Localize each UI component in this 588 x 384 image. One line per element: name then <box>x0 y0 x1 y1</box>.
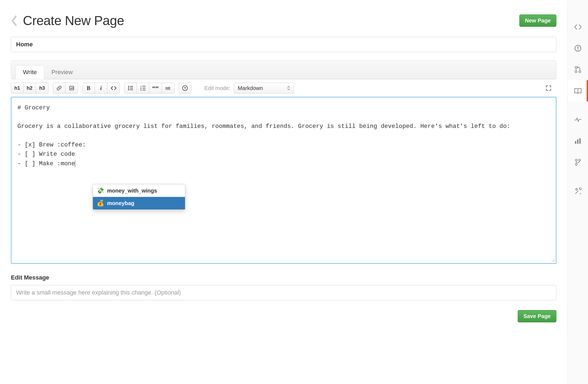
italic-button[interactable]: i <box>95 83 107 94</box>
ol-icon: 123 <box>140 85 146 91</box>
link-button[interactable] <box>53 83 65 94</box>
book-icon <box>574 88 582 94</box>
markdown-editor[interactable]: # Grocery Grocery is a collaborative gro… <box>11 97 556 263</box>
svg-rect-23 <box>579 138 581 144</box>
help-icon: ? <box>182 85 188 91</box>
emoji-icon: 💸 <box>97 187 104 194</box>
editor-tabstrip: Write Preview <box>11 61 556 79</box>
link-group <box>53 83 78 94</box>
image-icon <box>69 85 74 91</box>
svg-point-26 <box>575 164 577 166</box>
rail-graphs[interactable] <box>568 130 588 152</box>
autocomplete-label: moneybag <box>107 200 134 206</box>
svg-point-18 <box>575 67 577 68</box>
pulse-icon <box>574 117 582 123</box>
edit-message-input[interactable] <box>11 285 556 300</box>
help-group: ? <box>179 83 191 94</box>
heading-group: h1 h2 h3 <box>11 83 49 94</box>
editor-container: # Grocery Grocery is a collaborative gro… <box>11 97 556 264</box>
svg-rect-12 <box>143 90 146 90</box>
rail-code[interactable] <box>568 16 588 38</box>
editor-toolbar: h1 h2 h3 B i <box>11 79 556 97</box>
page-header: Create New Page New Page <box>11 13 556 28</box>
fullscreen-button[interactable] <box>542 83 555 94</box>
rail-issues[interactable] <box>568 38 588 59</box>
h2-button[interactable]: h2 <box>23 83 36 94</box>
edit-mode-group: Edit mode: Markdown <box>204 83 294 94</box>
emoji-autocomplete: 💸money_with_wings💰moneybag <box>93 184 185 210</box>
ul-button[interactable] <box>124 83 137 94</box>
page-title: Create New Page <box>23 13 514 28</box>
svg-point-1 <box>128 86 129 87</box>
link-icon <box>56 85 62 91</box>
h1-button[interactable]: h1 <box>11 83 23 94</box>
svg-point-20 <box>579 71 581 73</box>
autocomplete-label: money_with_wings <box>107 188 157 194</box>
tab-write[interactable]: Write <box>16 65 44 79</box>
svg-text:3: 3 <box>140 89 142 91</box>
svg-point-25 <box>578 159 580 161</box>
ol-button[interactable]: 123 <box>137 83 149 94</box>
branch-icon <box>575 158 581 166</box>
new-page-button[interactable]: New Page <box>519 14 556 27</box>
edit-message-label: Edit Message <box>11 274 556 281</box>
svg-point-5 <box>128 89 129 90</box>
code-icon <box>574 24 582 30</box>
help-button[interactable]: ? <box>179 83 191 94</box>
svg-rect-8 <box>143 86 146 86</box>
footer: Save Page <box>11 310 556 322</box>
editor-panel: Write Preview <box>11 60 556 79</box>
code-icon <box>111 85 117 91</box>
svg-rect-4 <box>130 88 133 88</box>
save-page-button[interactable]: Save Page <box>518 310 556 322</box>
autocomplete-item[interactable]: 💸money_with_wings <box>93 184 185 197</box>
svg-text:?: ? <box>184 86 186 90</box>
chevron-updown-icon <box>287 86 290 90</box>
fullscreen-icon <box>545 85 551 91</box>
svg-rect-2 <box>130 86 133 87</box>
svg-point-3 <box>128 88 129 89</box>
blockquote-button[interactable]: ““ <box>149 83 162 94</box>
svg-rect-6 <box>130 89 133 90</box>
tools-icon <box>574 188 581 195</box>
main-content: Create New Page New Page Write Preview h… <box>0 0 567 384</box>
block-group: 123 ““ HR <box>124 83 174 94</box>
back-chevron-icon[interactable] <box>11 15 18 26</box>
hr-button[interactable]: HR <box>162 83 174 94</box>
bold-button[interactable]: B <box>82 83 95 94</box>
pull-request-icon <box>574 66 581 73</box>
tab-preview[interactable]: Preview <box>44 65 80 79</box>
rail-pulse[interactable] <box>568 109 588 130</box>
rail-wiki[interactable] <box>568 80 588 101</box>
right-nav-rail <box>567 0 588 384</box>
h3-button[interactable]: h3 <box>36 83 49 94</box>
code-button[interactable] <box>107 83 120 94</box>
svg-rect-17 <box>577 49 578 50</box>
edit-mode-label: Edit mode: <box>204 85 231 91</box>
hr-icon: HR <box>166 86 171 90</box>
emoji-icon: 💰 <box>97 200 104 207</box>
editor-text: # Grocery Grocery is a collaborative gro… <box>17 104 510 167</box>
svg-rect-16 <box>577 46 578 49</box>
format-group: B i <box>82 83 120 94</box>
autocomplete-item[interactable]: 💰moneybag <box>93 197 185 209</box>
svg-rect-10 <box>143 88 146 88</box>
bar-chart-icon <box>574 138 581 144</box>
rail-settings[interactable] <box>568 181 588 202</box>
text-caret <box>75 160 75 167</box>
issue-icon <box>574 45 581 52</box>
edit-mode-select[interactable]: Markdown <box>234 83 294 94</box>
svg-rect-21 <box>575 141 576 144</box>
rail-pull-requests[interactable] <box>568 59 588 80</box>
image-button[interactable] <box>65 83 78 94</box>
ul-icon <box>128 85 133 91</box>
page-title-input[interactable] <box>11 37 556 52</box>
svg-rect-22 <box>577 139 578 144</box>
svg-point-24 <box>575 159 577 161</box>
rail-network[interactable] <box>568 152 588 173</box>
svg-point-19 <box>575 71 577 73</box>
